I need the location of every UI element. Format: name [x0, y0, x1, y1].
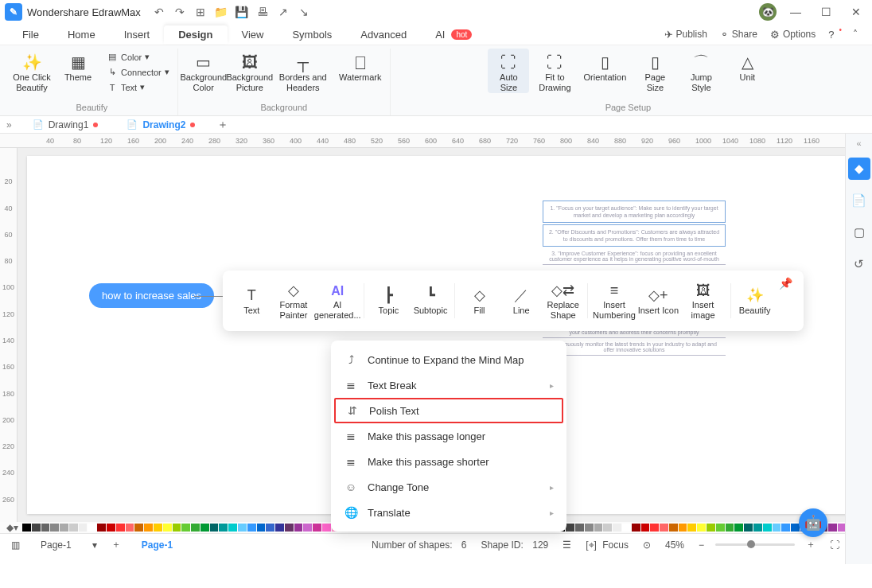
focus-button[interactable]: [⌖] Focus: [582, 539, 632, 551]
options-button[interactable]: ⚙Options: [764, 29, 822, 41]
child-card[interactable]: 1. "Focus on your target audience": Make…: [543, 201, 726, 223]
color-swatch[interactable]: [41, 524, 50, 532]
ctx-make-this-passage-longer[interactable]: ≣Make this passage longer: [331, 423, 566, 449]
page-size-button[interactable]: ▯Page Size: [634, 49, 675, 93]
text-style-button[interactable]: TText ▾: [103, 80, 173, 94]
fullscreen-button[interactable]: ⛶: [827, 539, 843, 551]
color-swatch[interactable]: [641, 524, 650, 532]
color-swatch[interactable]: [622, 524, 631, 532]
color-swatch[interactable]: [228, 524, 237, 532]
color-swatch[interactable]: [763, 524, 772, 532]
minimize-button[interactable]: —: [784, 6, 807, 18]
color-swatch[interactable]: [181, 524, 190, 532]
help-button[interactable]: ?: [822, 29, 847, 41]
save-icon[interactable]: 💾: [235, 6, 249, 18]
color-swatch[interactable]: [726, 524, 734, 532]
ctx-text-break[interactable]: ≣Text Break▸: [331, 372, 566, 398]
history-panel-button[interactable]: ↺: [848, 253, 870, 275]
chat-assistant-button[interactable]: 🤖: [799, 508, 827, 537]
color-swatch[interactable]: [275, 524, 284, 532]
color-swatch[interactable]: [716, 524, 725, 532]
color-swatch[interactable]: [88, 524, 96, 532]
zoom-out-button[interactable]: −: [695, 539, 707, 551]
undo-icon[interactable]: ↶: [152, 6, 166, 18]
add-page-button[interactable]: ＋: [108, 538, 124, 551]
color-swatch[interactable]: [650, 524, 659, 532]
color-swatch[interactable]: [173, 524, 181, 532]
ctx-make-this-passage-shorter[interactable]: ≣Make this passage shorter: [331, 449, 566, 474]
menu-file[interactable]: File: [8, 25, 53, 44]
menu-design[interactable]: Design: [164, 25, 227, 44]
color-swatch[interactable]: [266, 524, 274, 532]
menu-symbols[interactable]: Symbols: [278, 25, 346, 44]
color-swatch[interactable]: [585, 524, 594, 532]
color-swatch[interactable]: [32, 524, 41, 532]
color-swatch[interactable]: [313, 524, 321, 532]
tb-ai-button[interactable]: AIAI generated...: [314, 274, 360, 328]
color-swatch[interactable]: [707, 524, 715, 532]
color-swatch[interactable]: [294, 524, 303, 532]
tb-insert-image-button[interactable]: 🖼Insert image: [679, 274, 727, 328]
color-swatch[interactable]: [687, 524, 696, 532]
doc-tab-drawing2[interactable]: 📄Drawing2: [112, 116, 209, 133]
collapse-sidebar-icon[interactable]: «: [856, 138, 861, 148]
color-swatch[interactable]: [163, 524, 172, 532]
color-swatch[interactable]: [285, 524, 294, 532]
color-swatch[interactable]: [773, 524, 781, 532]
page-options-button[interactable]: ▾: [89, 539, 100, 551]
ctx-translate[interactable]: 🌐Translate▸: [331, 500, 566, 525]
bg-color-button[interactable]: ▭Background Color: [183, 49, 224, 93]
shape-panel-button[interactable]: ◆: [848, 158, 870, 180]
tb-text-button[interactable]: TText: [231, 274, 273, 328]
menu-insert[interactable]: Insert: [110, 25, 165, 44]
color-swatch[interactable]: [303, 524, 312, 532]
tb-format-painter-button[interactable]: ◇Format Painter: [273, 274, 315, 328]
child-card[interactable]: 2. "Offer Discounts and Promotions": Cus…: [543, 224, 726, 247]
one-click-beautify-button[interactable]: ✨One Click Beautify: [11, 49, 53, 93]
ctx-polish-text[interactable]: ⇵Polish Text: [334, 398, 563, 423]
page-tab-1[interactable]: Page-1: [31, 538, 81, 552]
expand-panel-icon[interactable]: »: [0, 119, 18, 130]
collapse-ribbon-button[interactable]: ˄: [847, 29, 864, 40]
menu-view[interactable]: View: [228, 25, 278, 44]
auto-size-button[interactable]: ⛶Auto Size: [488, 49, 529, 93]
color-swatch[interactable]: [828, 524, 837, 532]
new-icon[interactable]: ⊞: [193, 6, 208, 18]
color-swatch[interactable]: [613, 524, 621, 532]
export-icon[interactable]: ↗: [276, 6, 290, 18]
color-swatch[interactable]: [97, 524, 106, 532]
page-tab-active[interactable]: Page-1: [132, 538, 182, 552]
color-swatch[interactable]: [632, 524, 640, 532]
publish-button[interactable]: ✈Publish: [658, 29, 714, 41]
color-swatch[interactable]: [50, 524, 59, 532]
color-swatch[interactable]: [322, 524, 331, 532]
color-swatch[interactable]: [781, 524, 790, 532]
tb-replace-shape-button[interactable]: ◇⇄Replace Shape: [542, 274, 584, 328]
color-swatch[interactable]: [154, 524, 162, 532]
color-swatch[interactable]: [69, 524, 78, 532]
menu-advanced[interactable]: Advanced: [346, 25, 421, 44]
color-swatch[interactable]: [60, 524, 68, 532]
color-swatch[interactable]: [566, 524, 574, 532]
color-swatch[interactable]: [22, 524, 31, 532]
orientation-button[interactable]: ▯Orientation: [580, 49, 629, 83]
color-swatch[interactable]: [200, 524, 209, 532]
borders-headers-button[interactable]: ┬Borders and Headers: [275, 49, 331, 93]
color-swatch[interactable]: [257, 524, 266, 532]
color-swatch[interactable]: [575, 524, 584, 532]
child-line[interactable]: Continuously monitor the latest trends i…: [543, 339, 726, 356]
fit-drawing-button[interactable]: ⛶Fit to Drawing: [534, 49, 575, 93]
color-button[interactable]: ▤Color ▾: [103, 50, 173, 64]
color-swatch[interactable]: [116, 524, 125, 532]
tb-topic-button[interactable]: ┣Topic: [368, 274, 410, 328]
maximize-button[interactable]: ☐: [815, 6, 837, 18]
layers-button[interactable]: ☰: [559, 539, 574, 551]
zoom-slider[interactable]: [715, 543, 795, 546]
color-swatch[interactable]: [144, 524, 153, 532]
tb-subtopic-button[interactable]: ┗Subtopic: [410, 274, 452, 328]
tb-fill-button[interactable]: ◇Fill: [458, 274, 500, 328]
doc-tab-drawing1[interactable]: 📄Drawing1: [18, 116, 113, 133]
color-swatch[interactable]: [744, 524, 753, 532]
print-icon[interactable]: 🖶: [255, 6, 270, 18]
connector-button[interactable]: ↳Connector ▾: [103, 65, 173, 79]
